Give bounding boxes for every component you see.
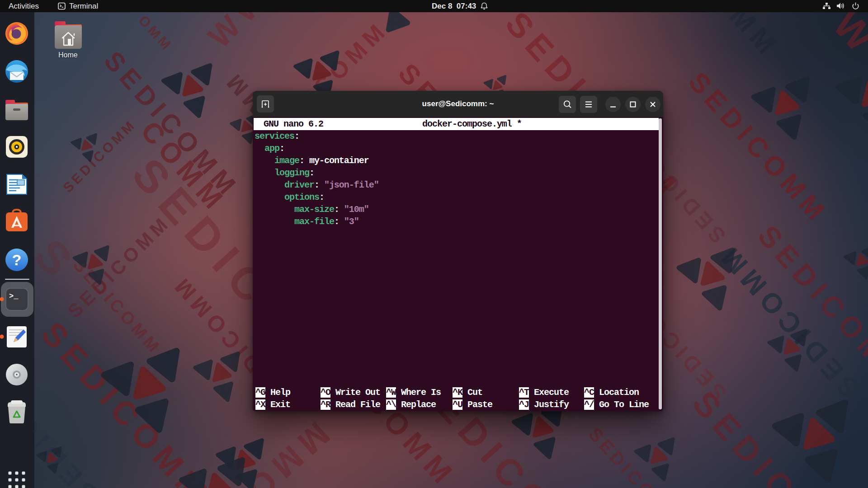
svg-text:?: ? — [12, 251, 22, 268]
svg-text:>_: >_ — [9, 292, 19, 300]
